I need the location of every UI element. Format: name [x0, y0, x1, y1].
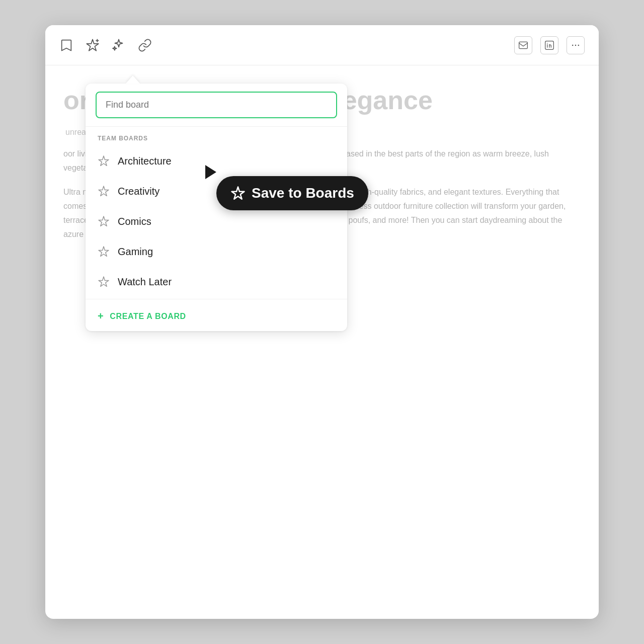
search-container — [86, 84, 347, 127]
save-to-boards-label: Save to Boards — [252, 185, 354, 201]
sparkle-icon[interactable] — [112, 38, 126, 52]
board-item-architecture[interactable]: Architecture — [86, 146, 347, 176]
star-icon-comics — [98, 215, 110, 227]
create-board-label: CREATE A BOARD — [110, 312, 186, 321]
main-content: ort Outdoor Colle ol Elegance unread // … — [45, 65, 599, 619]
board-label-gaming: Gaming — [118, 246, 153, 258]
svg-point-4 — [575, 44, 577, 46]
linkedin-icon[interactable] — [540, 36, 558, 54]
star-plus-icon[interactable] — [86, 38, 100, 52]
grid-icon[interactable] — [567, 36, 585, 54]
plus-icon: + — [98, 310, 104, 322]
svg-point-6 — [578, 44, 580, 46]
board-item-comics[interactable]: Comics — [86, 206, 347, 236]
link-icon[interactable] — [138, 38, 152, 52]
board-item-watch-later[interactable]: Watch Later — [86, 267, 347, 297]
create-board-button[interactable]: + CREATE A BOARD — [86, 301, 347, 331]
toolbar — [45, 25, 599, 65]
save-to-boards-badge[interactable]: Save to Boards — [216, 176, 368, 210]
star-icon-architecture — [98, 155, 110, 167]
svg-point-5 — [572, 44, 574, 46]
board-item-gaming[interactable]: Gaming — [86, 236, 347, 267]
board-label-architecture: Architecture — [118, 155, 172, 167]
find-board-input[interactable] — [96, 92, 337, 118]
svg-rect-2 — [519, 42, 528, 48]
star-icon-watch-later — [98, 276, 110, 288]
board-list: Architecture Creativity Comics — [86, 146, 347, 297]
board-label-watch-later: Watch Later — [118, 276, 172, 288]
browser-window: ort Outdoor Colle ol Elegance unread // … — [45, 25, 599, 619]
dropdown-arrow — [126, 75, 140, 84]
board-label-creativity: Creativity — [118, 186, 159, 197]
team-boards-label: TEAM BOARDS — [86, 127, 347, 146]
cursor-arrow — [205, 165, 216, 179]
mail-icon[interactable] — [514, 36, 532, 54]
board-label-comics: Comics — [118, 216, 151, 227]
toolbar-right — [514, 36, 585, 54]
star-icon-gaming — [98, 246, 110, 258]
board-list-divider — [86, 299, 347, 299]
star-icon-creativity — [98, 185, 110, 197]
bookmark-icon[interactable] — [59, 38, 73, 52]
toolbar-left — [59, 38, 152, 52]
